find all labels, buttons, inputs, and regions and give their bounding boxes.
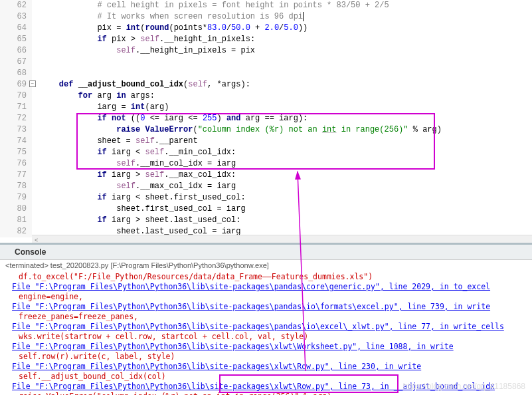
code-content[interactable]: if not ((0 <= iarg <= 255) and arg == ia… <box>32 113 532 124</box>
line-number: 76 <box>0 158 32 170</box>
line-number: 74 <box>0 136 32 147</box>
fold-marker-icon[interactable]: − <box>29 80 36 87</box>
traceback-file-link[interactable]: File "F:\Program Files\Python\Python36\l… <box>12 382 495 391</box>
line-number: 65 <box>0 34 32 45</box>
traceback-code[interactable]: df.to_excel("F:/File_Python/Resources/da… <box>0 272 532 282</box>
line-number: 82 <box>0 226 32 237</box>
text-cursor <box>303 12 304 21</box>
traceback-code[interactable]: wks.write(startrow + cell.row, startcol … <box>0 332 532 342</box>
code-content[interactable]: if iarg > sheet.last_used_col: <box>32 215 532 226</box>
line-number: 72 <box>0 113 32 124</box>
code-content[interactable]: raise ValueError("column index (%r) not … <box>32 124 532 136</box>
console-line[interactable]: File "F:\Program Files\Python\Python36\l… <box>0 302 532 312</box>
code-line[interactable]: 72 if not ((0 <= iarg <= 255) and arg ==… <box>0 113 532 124</box>
traceback-file-link[interactable]: File "F:\Program Files\Python\Python36\l… <box>12 362 421 371</box>
line-number: 79 <box>0 192 32 203</box>
console-run-title: <terminated> test_20200823.py [F:\Progra… <box>0 260 532 271</box>
line-number: 71 <box>0 102 32 113</box>
code-line[interactable]: 63 # It works when screen resolution is … <box>0 11 532 23</box>
code-line[interactable]: 81 if iarg > sheet.last_used_col: <box>0 215 532 226</box>
traceback-code[interactable]: freeze_panes=freeze_panes, <box>0 312 532 322</box>
scroll-left-icon[interactable]: < <box>32 237 38 243</box>
line-number: 67 <box>0 57 32 68</box>
code-content[interactable]: if pix > self.__height_in_pixels: <box>32 34 532 45</box>
line-number: 80 <box>0 203 32 215</box>
code-content[interactable]: self.__height_in_pixels = pix <box>32 45 532 57</box>
code-line[interactable]: 73 raise ValueError("column index (%r) n… <box>0 124 532 136</box>
code-line[interactable]: 68 <box>0 68 532 79</box>
console-line[interactable]: File "F:\Program Files\Python\Python36\l… <box>0 322 532 332</box>
console-icon <box>5 247 12 254</box>
traceback-code[interactable]: self.__adjust_bound_col_idx(col) <box>0 372 532 382</box>
line-number: 78 <box>0 181 32 192</box>
code-content[interactable]: iarg = int(arg) <box>32 102 532 113</box>
code-line[interactable]: 77 if iarg > self.__max_col_idx: <box>0 170 532 181</box>
console-line[interactable]: File "F:\Program Files\Python\Python36\l… <box>0 382 532 392</box>
code-line[interactable]: 62 # cell height in pixels = font height… <box>0 0 532 11</box>
code-editor[interactable]: 62 # cell height in pixels = font height… <box>0 0 532 243</box>
console-panel-label: Console <box>15 247 46 257</box>
code-content[interactable]: sheet.first_used_col = iarg <box>32 203 532 215</box>
editor-horizontal-scrollbar[interactable]: < <box>32 235 532 243</box>
code-content[interactable]: if iarg > self.__max_col_idx: <box>32 170 532 181</box>
console-panel-header[interactable]: Console <box>0 243 532 260</box>
console-output[interactable]: df.to_excel("F:/File_Python/Resources/da… <box>0 271 532 395</box>
code-line[interactable]: 76 self.__min_col_idx = iarg <box>0 158 532 170</box>
code-content[interactable]: if iarg < sheet.first_used_col: <box>32 192 532 203</box>
code-content[interactable]: for arg in args: <box>32 90 532 102</box>
code-content[interactable]: sheet = self.__parent <box>32 136 532 147</box>
line-number: 77 <box>0 170 32 181</box>
line-number: 68 <box>0 68 32 79</box>
code-content[interactable]: self.__max_col_idx = iarg <box>32 181 532 192</box>
line-number: 62 <box>0 0 32 11</box>
code-line[interactable]: 67 <box>0 57 532 68</box>
line-number: 75 <box>0 147 32 158</box>
line-number: 69− <box>0 79 32 90</box>
code-content[interactable]: # cell height in pixels = font height in… <box>32 0 532 11</box>
console-line[interactable]: File "F:\Program Files\Python\Python36\l… <box>0 282 532 292</box>
code-content[interactable]: if iarg < self.__min_col_idx: <box>32 147 532 158</box>
line-number: 73 <box>0 124 32 136</box>
line-number: 66 <box>0 45 32 57</box>
line-number: 63 <box>0 11 32 23</box>
code-line[interactable]: 78 self.__max_col_idx = iarg <box>0 181 532 192</box>
code-content[interactable] <box>32 68 532 79</box>
code-line[interactable]: 75 if iarg < self.__min_col_idx: <box>0 147 532 158</box>
traceback-code[interactable]: engine=engine, <box>0 292 532 302</box>
code-line[interactable]: 65 if pix > self.__height_in_pixels: <box>0 34 532 45</box>
code-line[interactable]: 71 iarg = int(arg) <box>0 102 532 113</box>
code-content[interactable]: pix = int(round(points*83.0/50.0 + 2.0/5… <box>32 23 532 34</box>
code-content[interactable] <box>32 57 532 68</box>
traceback-file-link[interactable]: File "F:\Program Files\Python\Python36\l… <box>12 322 504 331</box>
code-line[interactable]: 69− def __adjust_bound_col_idx(self, *ar… <box>0 79 532 90</box>
traceback-file-link[interactable]: File "F:\Program Files\Python\Python36\l… <box>12 282 490 291</box>
code-content[interactable]: self.__min_col_idx = iarg <box>32 158 532 170</box>
line-number: 81 <box>0 215 32 226</box>
traceback-code[interactable]: raise ValueError("column index (%r) not … <box>0 392 532 395</box>
code-line[interactable]: 80 sheet.first_used_col = iarg <box>0 203 532 215</box>
code-line[interactable]: 79 if iarg < sheet.first_used_col: <box>0 192 532 203</box>
console-line[interactable]: File "F:\Program Files\Python\Python36\l… <box>0 362 532 372</box>
code-content[interactable]: # It works when screen resolution is 96 … <box>32 11 532 23</box>
code-line[interactable]: 64 pix = int(round(points*83.0/50.0 + 2.… <box>0 23 532 34</box>
code-line[interactable]: 66 self.__height_in_pixels = pix <box>0 45 532 57</box>
traceback-code[interactable]: self.row(r).write(c, label, style) <box>0 352 532 362</box>
line-number: 70 <box>0 90 32 102</box>
console-line[interactable]: File "F:\Program Files\Python\Python36\l… <box>0 342 532 352</box>
code-line[interactable]: 74 sheet = self.__parent <box>0 136 532 147</box>
code-line[interactable]: 70 for arg in args: <box>0 90 532 102</box>
traceback-file-link[interactable]: File "F:\Program Files\Python\Python36\l… <box>12 342 454 351</box>
code-content[interactable]: def __adjust_bound_col_idx(self, *args): <box>32 79 532 90</box>
traceback-file-link[interactable]: File "F:\Program Files\Python\Python36\l… <box>12 302 490 311</box>
line-number: 64 <box>0 23 32 34</box>
